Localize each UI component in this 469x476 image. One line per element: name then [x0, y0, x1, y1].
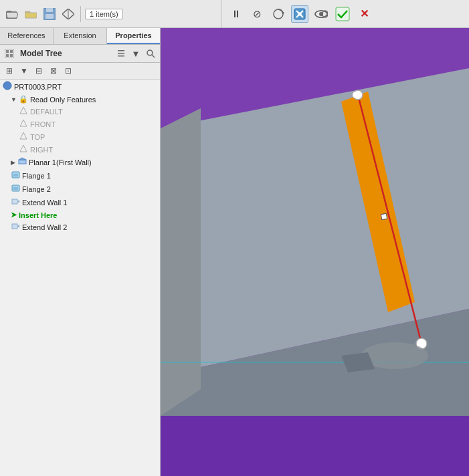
- svg-rect-42: [12, 224, 17, 229]
- expand-icon-readonly: ▼: [11, 96, 17, 103]
- model-tree-expand-icon[interactable]: [3, 47, 16, 60]
- tab-references[interactable]: References: [0, 28, 54, 44]
- svg-rect-6: [46, 8, 53, 12]
- svg-marker-45: [161, 416, 469, 476]
- model-tree-label: Model Tree: [17, 49, 113, 58]
- tab-extension[interactable]: Extension: [54, 28, 107, 44]
- mtt-icon-1[interactable]: ⊞: [3, 64, 16, 78]
- svg-rect-3: [25, 13, 37, 18]
- tree-filter-icon[interactable]: ▼: [129, 47, 143, 60]
- item-count-badge: 1 item(s): [85, 9, 123, 19]
- svg-point-13: [298, 12, 302, 16]
- svg-rect-37: [13, 174, 18, 176]
- svg-rect-34: [19, 160, 26, 164]
- eyes-icon[interactable]: [312, 5, 330, 23]
- front-label: FRONT: [30, 120, 56, 128]
- svg-point-27: [147, 50, 153, 55]
- svg-rect-4: [25, 11, 30, 13]
- extwall2-label: Extend Wall 2: [22, 223, 67, 231]
- tree-content: PRT0003.PRT ▼ 🔒 Read Only Features DEFAU…: [0, 80, 160, 476]
- tree-item-top[interactable]: TOP: [0, 130, 160, 143]
- svg-line-28: [152, 55, 155, 57]
- tree-item-right[interactable]: RIGHT: [0, 143, 160, 156]
- lock-icon: 🔒: [19, 95, 28, 104]
- svg-rect-39: [13, 187, 18, 190]
- toolbar-divider: [80, 6, 81, 22]
- mtt-icon-2[interactable]: ▼: [17, 64, 31, 78]
- mtt-icon-5[interactable]: ⊡: [62, 64, 75, 78]
- tree-item-extwall2[interactable]: Extend Wall 2: [0, 221, 160, 234]
- save-icon[interactable]: [41, 6, 58, 22]
- model-tree-toolbar: ⊞ ▼ ⊟ ⊠ ⊡: [0, 63, 160, 80]
- model-tree-header: Model Tree ▼: [0, 45, 160, 63]
- canvas-area[interactable]: [161, 28, 469, 476]
- svg-rect-25: [118, 53, 124, 54]
- active-mode-icon[interactable]: [291, 5, 308, 23]
- expand-icon-planar1: ▶: [11, 159, 15, 166]
- tree-item-inserthere[interactable]: ➤ Insert Here: [0, 209, 160, 221]
- no-icon[interactable]: ⊘: [248, 5, 266, 23]
- scene-svg: [161, 28, 469, 476]
- flange1-label: Flange 1: [22, 172, 51, 180]
- flange1-icon: [11, 170, 20, 181]
- svg-rect-26: [118, 55, 124, 57]
- tree-item-prt0003[interactable]: PRT0003.PRT: [0, 80, 160, 94]
- svg-marker-35: [19, 158, 26, 160]
- svg-marker-33: [20, 145, 27, 152]
- svg-rect-40: [12, 199, 17, 204]
- prt-icon: [3, 81, 12, 92]
- insert-arrow-icon: ➤: [11, 211, 17, 219]
- planar-icon: [17, 157, 27, 168]
- tree-item-front[interactable]: FRONT: [0, 118, 160, 130]
- tree-item-planar1[interactable]: ▶ Planar 1(First Wall): [0, 156, 160, 169]
- tab-bar: References Extension Properties: [0, 28, 160, 45]
- mtt-icon-4[interactable]: ⊠: [47, 64, 60, 78]
- tree-search-icon[interactable]: [144, 47, 157, 60]
- tree-item-readonly[interactable]: ▼ 🔒 Read Only Features: [0, 94, 160, 105]
- pause-icon[interactable]: ⏸: [227, 5, 244, 23]
- svg-rect-55: [381, 213, 387, 219]
- svg-rect-20: [6, 50, 9, 53]
- mtt-icon-3[interactable]: ⊟: [32, 64, 45, 78]
- cut-plane-icon[interactable]: [60, 6, 76, 22]
- svg-rect-21: [6, 54, 9, 57]
- svg-point-29: [3, 82, 11, 90]
- plane-icon-default: [19, 106, 28, 116]
- tree-item-extwall1[interactable]: Extend Wall 1: [0, 196, 160, 209]
- spin-icon[interactable]: [270, 5, 287, 23]
- default-label: DEFAULT: [30, 108, 63, 116]
- tree-item-default[interactable]: DEFAULT: [0, 105, 160, 118]
- svg-point-54: [418, 340, 425, 347]
- top-label: TOP: [30, 133, 45, 141]
- plane-icon-top: [19, 132, 28, 142]
- svg-rect-24: [118, 50, 124, 51]
- svg-rect-22: [10, 50, 13, 53]
- inserthere-label: Insert Here: [19, 211, 57, 219]
- tree-item-flange1[interactable]: Flange 1: [0, 169, 160, 183]
- extwall1-label: Extend Wall 1: [22, 199, 67, 207]
- prt0003-label: PRT0003.PRT: [14, 83, 62, 91]
- left-panel: References Extension Properties Model Tr…: [0, 28, 161, 476]
- svg-marker-48: [161, 108, 201, 416]
- svg-marker-32: [20, 132, 27, 139]
- confirm-icon[interactable]: [334, 5, 351, 23]
- right-label: RIGHT: [30, 146, 53, 154]
- svg-rect-7: [45, 14, 54, 19]
- planar1-label: Planar 1(First Wall): [29, 158, 92, 166]
- readonly-label: Read Only Features: [30, 96, 96, 104]
- tree-settings-icon[interactable]: [114, 47, 128, 60]
- extwall1-icon: [11, 197, 20, 208]
- flange2-icon: [11, 184, 20, 195]
- flange2-label: Flange 2: [22, 185, 51, 193]
- file-open-icon[interactable]: [4, 6, 20, 22]
- plane-icon-front: [19, 119, 28, 129]
- svg-rect-23: [10, 54, 13, 57]
- tree-item-flange2[interactable]: Flange 2: [0, 183, 160, 196]
- cancel-icon[interactable]: ✕: [355, 5, 373, 23]
- right-toolbar: ⏸ ⊘ ✕: [221, 0, 469, 28]
- svg-marker-31: [20, 120, 27, 126]
- open-folder-icon[interactable]: [23, 6, 39, 22]
- tab-properties[interactable]: Properties: [107, 28, 160, 44]
- svg-point-52: [353, 92, 359, 98]
- plane-icon-right: [19, 144, 28, 154]
